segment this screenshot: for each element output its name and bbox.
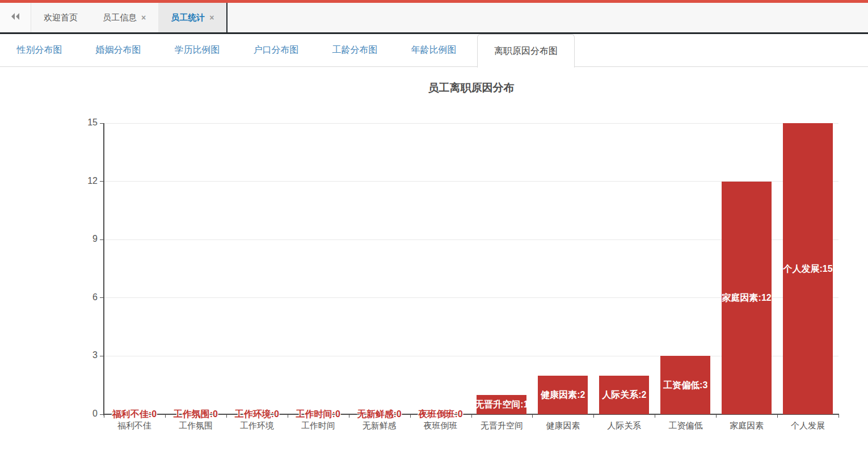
- close-tab-icon[interactable]: ×: [141, 14, 146, 22]
- top-tab-label: 欢迎首页: [44, 12, 78, 23]
- double-left-arrow-icon: [11, 12, 20, 23]
- x-axis-category-label: 健康因素: [546, 421, 580, 431]
- resignation-reason-chart: 员工离职原因分布 03691215福利不佳:0福利不佳工作氛围:0工作氛围工作环…: [0, 67, 868, 475]
- bar-value-label: 工作环境:0: [235, 408, 279, 421]
- x-axis-category-label: 工作环境: [240, 421, 274, 431]
- collapse-tabs-button[interactable]: [0, 3, 31, 32]
- gridline-15: [104, 123, 838, 124]
- bar-value-label: 无新鲜感:0: [357, 408, 402, 421]
- app-window: 欢迎首页员工信息×员工统计× 性别分布图婚姻分布图学历比例图户口分布图工龄分布图…: [0, 0, 868, 475]
- x-axis-category-label: 家庭因素: [730, 421, 764, 431]
- sub-tab-4[interactable]: 工龄分布图: [315, 34, 394, 66]
- sub-tab-label: 性别分布图: [17, 44, 62, 56]
- sub-tab-label: 学历比例图: [175, 44, 220, 56]
- top-tab-2[interactable]: 员工统计×: [158, 3, 227, 32]
- x-axis-tick: [777, 415, 778, 418]
- x-axis-category-label: 无新鲜感: [363, 421, 397, 431]
- bar-value-label: 工作时间:0: [296, 408, 340, 421]
- sub-tab-3[interactable]: 户口分布图: [237, 34, 315, 66]
- x-axis-tick: [349, 415, 349, 418]
- top-tab-0[interactable]: 欢迎首页: [31, 3, 90, 32]
- x-axis-category-label: 人际关系: [607, 421, 641, 431]
- x-axis-tick: [226, 415, 227, 418]
- x-axis-tick: [165, 415, 166, 418]
- top-tabs: 欢迎首页员工信息×员工统计×: [31, 3, 227, 32]
- top-tabbar: 欢迎首页员工信息×员工统计×: [0, 3, 868, 34]
- chart-title: 员工离职原因分布: [104, 81, 838, 95]
- x-axis-tick: [593, 415, 594, 418]
- x-axis-tick: [532, 415, 533, 418]
- bar-value-label: 人际关系:2: [602, 389, 646, 401]
- x-axis-tick: [838, 415, 839, 418]
- x-axis-category-label: 个人发展: [791, 421, 825, 431]
- x-axis-category-label: 福利不佳: [117, 421, 151, 431]
- x-axis-category-label: 工作氛围: [179, 421, 213, 431]
- y-axis-label: 9: [73, 234, 98, 244]
- x-axis-tick: [471, 415, 472, 418]
- x-axis-tick: [288, 415, 288, 418]
- top-tab-1[interactable]: 员工信息×: [90, 3, 158, 32]
- sub-tab-label: 户口分布图: [254, 44, 299, 56]
- close-tab-icon[interactable]: ×: [209, 14, 214, 22]
- y-axis-label: 3: [73, 350, 98, 360]
- bar-value-label: 健康因素:2: [541, 389, 585, 401]
- bar-value-label: 家庭因素:12: [722, 292, 772, 304]
- x-axis-category-label: 工资偏低: [668, 421, 702, 431]
- x-axis-tick: [104, 415, 104, 418]
- y-axis-label: 6: [73, 292, 98, 302]
- bar-value-label: 工资偏低:3: [663, 379, 707, 392]
- sub-tab-1[interactable]: 婚姻分布图: [79, 34, 158, 66]
- x-axis-category-label: 无晋升空间: [481, 421, 523, 431]
- sub-tab-0[interactable]: 性别分布图: [0, 34, 79, 66]
- sub-tab-2[interactable]: 学历比例图: [158, 34, 237, 66]
- chart-type-tabbar: 性别分布图婚姻分布图学历比例图户口分布图工龄分布图年龄比例图离职原因分布图: [0, 34, 868, 67]
- bar-value-label: 夜班倒班:0: [418, 408, 462, 421]
- sub-tab-label: 工龄分布图: [332, 44, 378, 56]
- top-tab-label: 员工信息: [103, 12, 137, 23]
- x-axis-tick: [410, 415, 411, 418]
- y-axis-label: 0: [73, 409, 98, 419]
- bar-value-label: 福利不佳:0: [112, 408, 157, 421]
- y-axis-line: [103, 123, 104, 415]
- y-axis-label: 12: [73, 176, 98, 186]
- sub-tab-5[interactable]: 年龄比例图: [394, 34, 473, 66]
- x-axis-category-label: 夜班倒班: [424, 421, 458, 431]
- bar-value-label: 个人发展:15: [783, 263, 832, 275]
- y-axis-label: 15: [73, 117, 98, 128]
- sub-tab-label: 离职原因分布图: [494, 45, 558, 57]
- x-axis-tick: [655, 415, 655, 418]
- x-axis-tick: [716, 415, 717, 418]
- bar-value-label: 无晋升空间:1: [475, 398, 528, 411]
- sub-tab-6[interactable]: 离职原因分布图: [477, 34, 575, 68]
- sub-tab-label: 年龄比例图: [411, 44, 457, 56]
- sub-tab-label: 婚姻分布图: [96, 44, 141, 56]
- x-axis-category-label: 工作时间: [301, 421, 335, 431]
- top-tab-label: 员工统计: [171, 12, 205, 23]
- bar-value-label: 工作氛围:0: [174, 408, 218, 421]
